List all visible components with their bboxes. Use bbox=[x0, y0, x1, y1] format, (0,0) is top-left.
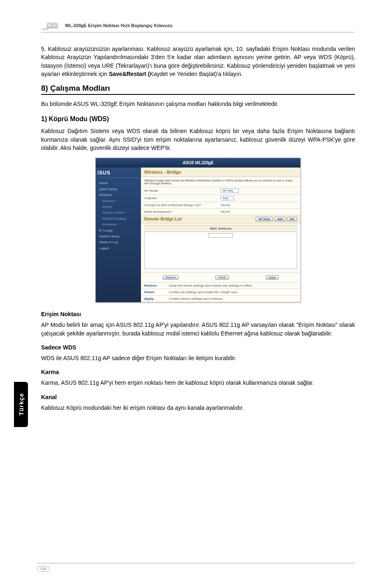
connect-radio[interactable]: Yes No bbox=[221, 204, 297, 207]
paragraph-erisim-noktasi: AP Modu belirli bir amaç için ASUS 802.1… bbox=[41, 321, 355, 338]
row-ap-mode: AP Mode: AP Only bbox=[141, 187, 300, 195]
ss-page-title: Wireless - Bridge bbox=[141, 168, 300, 177]
heading-sadece-wds: Sadece WDS bbox=[41, 344, 355, 351]
apply-button[interactable]: Apply bbox=[266, 275, 279, 280]
bottom-button-row: Restore Finish Apply bbox=[141, 273, 300, 283]
doc-header: WL-320gE Erişim Noktası Hızlı Başlangıç … bbox=[41, 21, 355, 32]
heading-erisim-noktasi: Erişim Noktası bbox=[41, 311, 355, 317]
del-button[interactable]: Del bbox=[287, 217, 297, 221]
nav-ip-config[interactable]: IP Config bbox=[97, 228, 139, 234]
nav-wireless[interactable]: Wireless bbox=[97, 192, 139, 198]
row-channel: Channel: Auto bbox=[141, 195, 300, 202]
action-finish: Finish: Confirm all settings and restart… bbox=[141, 289, 300, 296]
channel-select[interactable]: Auto bbox=[221, 196, 234, 200]
language-tab: Türkçe bbox=[14, 382, 28, 427]
language-tab-label: Türkçe bbox=[18, 393, 25, 416]
connect-label: Connect to APs in Remote Bridge List? bbox=[144, 203, 221, 207]
mac-column-header: MAC Address bbox=[144, 225, 297, 232]
asus-logo: /SUS bbox=[97, 170, 139, 178]
router-screenshot: ASUS WL320gE /SUS Home Quick Setup Wirel… bbox=[95, 158, 301, 303]
ss-main-panel: Wireless - Bridge Wireless bridge (also … bbox=[141, 168, 300, 302]
row-allow-anon: Allow anonymous? Yes No bbox=[141, 209, 300, 215]
paragraph-kopru: Kablosuz Dağıtım Sistemi veya WDS olarak… bbox=[41, 127, 355, 152]
book-icon bbox=[41, 21, 61, 30]
section-8-heading: 8) Çalışma Modları bbox=[41, 84, 355, 95]
nav-access-control[interactable]: Access Control bbox=[97, 210, 139, 216]
mac-list-area: MAC Address bbox=[141, 223, 300, 273]
page-number: 338 bbox=[37, 566, 50, 572]
paragraph-step5: 5. Kablosuz arayüzünüzün ayarlanması. Ka… bbox=[41, 45, 355, 78]
apply-label: Apply: bbox=[144, 297, 169, 301]
apply-desc: Confirm above settings and continue. bbox=[169, 297, 223, 301]
add-button[interactable]: Add bbox=[274, 217, 286, 221]
subheading-kopru: 1) Köprü Modu (WDS) bbox=[41, 115, 355, 123]
apscan-button[interactable]: AP Scan bbox=[256, 217, 273, 221]
remote-bridge-heading: Remote Bridge List AP Scan Add Del bbox=[141, 215, 300, 223]
para1-after: Kaydet ve Yeniden Başlat)'a tıklayın. bbox=[150, 71, 243, 77]
ss-sidebar: /SUS Home Quick Setup Wireless Interface… bbox=[96, 168, 141, 302]
ss-description: Wireless bridge (also known as Wireless … bbox=[141, 177, 300, 187]
mac-input[interactable] bbox=[208, 233, 233, 238]
action-apply: Apply: Confirm above settings and contin… bbox=[141, 296, 300, 302]
section-8-intro: Bu bölümde ASUS WL-320gE Erişim Noktasın… bbox=[41, 100, 355, 108]
nav-system-setup[interactable]: System Setup bbox=[97, 234, 139, 239]
nav-quick-setup[interactable]: Quick Setup bbox=[97, 186, 139, 192]
paragraph-kanal: Kablosuz Köprü modundaki her iki erişim … bbox=[41, 404, 355, 412]
nav-home[interactable]: Home bbox=[97, 180, 139, 186]
apmode-select[interactable]: AP Only bbox=[221, 188, 239, 193]
row-connect-aps: Connect to APs in Remote Bridge List? Ye… bbox=[141, 202, 300, 209]
nav-logout[interactable]: Logout bbox=[97, 246, 139, 251]
heading-karma: Karma bbox=[41, 369, 355, 375]
restore-label: Restore: bbox=[144, 284, 169, 287]
nav-radius[interactable]: RADIUS Setting bbox=[97, 216, 139, 222]
allow-radio[interactable]: Yes No bbox=[221, 210, 297, 213]
nav-bridge[interactable]: Bridge bbox=[97, 204, 139, 210]
channel-label: Channel: bbox=[144, 196, 221, 200]
restore-button[interactable]: Restore bbox=[163, 275, 179, 280]
header-title: WL-320gE Erişim Noktası Hızlı Başlangıç … bbox=[65, 23, 173, 28]
heading-kanal: Kanal bbox=[41, 394, 355, 400]
nav-interface[interactable]: Interface bbox=[97, 198, 139, 204]
para1-bold: Save&Restart ( bbox=[109, 71, 150, 77]
apmode-label: AP Mode: bbox=[144, 189, 221, 193]
allow-label: Allow anonymous? bbox=[144, 210, 221, 214]
restore-desc: Clear the above settings and restore the… bbox=[169, 284, 253, 287]
mac-list-body bbox=[144, 232, 297, 269]
finish-desc: Confirm all settings and restart WL-320g… bbox=[169, 290, 238, 294]
finish-button[interactable]: Finish bbox=[215, 275, 229, 280]
paragraph-karma: Karma, ASUS 802.11g AP'yi hem erişim nok… bbox=[41, 379, 355, 387]
paragraph-sadece-wds: WDS ile ASUS 802.11g AP sadece diğer Eri… bbox=[41, 354, 355, 362]
nav-status-log[interactable]: Status & Log bbox=[97, 239, 139, 245]
remote-bridge-label: Remote Bridge List bbox=[144, 217, 182, 221]
finish-label: Finish: bbox=[144, 290, 169, 294]
action-restore: Restore: Clear the above settings and re… bbox=[141, 283, 300, 289]
ss-product-name: ASUS WL320gE bbox=[96, 158, 300, 168]
nav-advanced[interactable]: Advanced bbox=[97, 222, 139, 227]
page-footer: 338 bbox=[37, 563, 355, 572]
